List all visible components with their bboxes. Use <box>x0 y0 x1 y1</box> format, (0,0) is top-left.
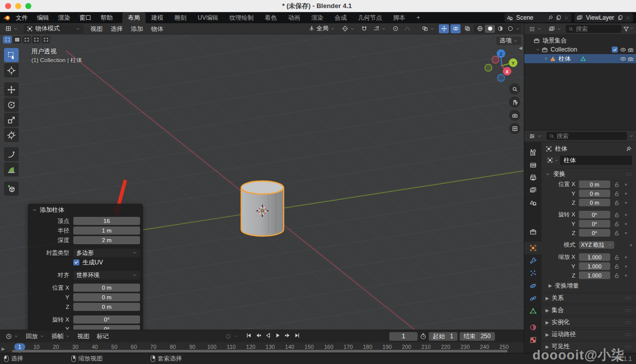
properties-tab-object-data[interactable] <box>524 305 541 317</box>
properties-tab-object[interactable] <box>524 242 541 254</box>
mode-dropdown[interactable]: 物体模式 <box>24 24 83 33</box>
outliner-search-input[interactable]: 搜索 <box>566 25 621 33</box>
transform-field-旋转 X[interactable]: 0° <box>579 211 610 218</box>
lock-toggle[interactable] <box>614 181 620 188</box>
minimize-window-button[interactable] <box>15 3 21 9</box>
app-menu-文件[interactable]: 文件 <box>11 12 32 23</box>
app-menu-窗口[interactable]: 窗口 <box>75 12 96 23</box>
operator-field-位置 X[interactable]: 0 m <box>73 284 140 292</box>
collection-checkbox[interactable] <box>612 47 618 53</box>
gizmo-neg-x[interactable] <box>492 56 499 63</box>
operator-field-深度[interactable]: 2 m <box>73 236 140 244</box>
properties-tab-modifiers[interactable] <box>524 254 541 267</box>
outliner-item-柱体[interactable]: 柱体 <box>524 54 636 63</box>
viewlayer-selector[interactable]: ViewLayer <box>574 13 633 22</box>
tool-cursor[interactable] <box>4 63 19 77</box>
jump-to-start-button[interactable] <box>245 332 253 340</box>
hide-toggle[interactable] <box>620 56 626 62</box>
falloff-dropdown[interactable] <box>402 24 412 33</box>
generate-uv-checkbox[interactable]: 生成UV <box>73 258 140 267</box>
shading-material-button[interactable] <box>495 25 505 33</box>
properties-panel-关系[interactable]: ▶关系∷∷ <box>541 293 636 303</box>
operator-field-旋转 X[interactable]: 0° <box>73 315 140 324</box>
animate-dot[interactable] <box>623 221 628 226</box>
properties-tab-particles[interactable] <box>524 267 541 280</box>
zoom-view-button[interactable] <box>509 83 520 95</box>
workspace-tab-建模[interactable]: 建模 <box>146 12 169 23</box>
snap-toggle[interactable] <box>359 24 369 33</box>
tool-add-cube[interactable] <box>4 181 19 196</box>
select-mode-intersect[interactable] <box>41 36 50 43</box>
render-visibility-toggle[interactable] <box>627 47 634 53</box>
app-menu-编辑[interactable]: 编辑 <box>32 12 54 23</box>
animate-dot[interactable] <box>623 200 628 205</box>
workspace-tab-雕刻[interactable]: 雕刻 <box>169 12 192 23</box>
object-id-dropdown[interactable] <box>546 156 560 165</box>
outliner-item-Collection[interactable]: Collection <box>524 45 636 54</box>
viewport-menu-添加[interactable]: 添加 <box>127 23 147 34</box>
close-window-button[interactable] <box>5 3 11 9</box>
properties-panel-实例化[interactable]: ▶实例化∷∷ <box>541 317 636 328</box>
timeline-menu-插帧[interactable]: 插帧 <box>48 332 74 341</box>
xray-toggle[interactable] <box>462 24 472 33</box>
animate-dot[interactable] <box>623 191 628 196</box>
pin-icon[interactable] <box>625 146 632 152</box>
operator-select-对齐[interactable]: 世界环境 <box>73 271 140 280</box>
scene-selector[interactable]: Scene <box>505 13 571 22</box>
gizmo-neg-y[interactable] <box>485 64 492 71</box>
tool-select-box[interactable] <box>4 48 19 62</box>
workspace-tab-布局[interactable]: 布局 <box>122 12 146 23</box>
properties-panel-可见性[interactable]: ▶可见性∷∷ <box>541 341 636 352</box>
frame-start-field[interactable]: 起始 1 <box>429 332 458 341</box>
viewport-menu-视图[interactable]: 视图 <box>86 23 107 34</box>
properties-tab-view-layer[interactable] <box>524 184 541 197</box>
transform-panel-header[interactable]: 变换 ∷∷ <box>541 168 636 179</box>
shading-wireframe-button[interactable] <box>475 25 485 33</box>
animate-dot[interactable] <box>623 182 628 187</box>
animate-dot[interactable] <box>623 273 628 278</box>
tool-annotate[interactable] <box>4 147 19 161</box>
previous-keyframe-button[interactable] <box>254 332 263 340</box>
workspace-tab-动画[interactable]: 动画 <box>283 12 306 23</box>
options-button[interactable]: 选项 <box>496 36 521 45</box>
timeline-scrollbar[interactable] <box>12 350 508 352</box>
transform-field-Z[interactable]: 1.000 <box>579 271 610 279</box>
pan-view-button[interactable] <box>509 97 520 108</box>
timeline-summary-chevron[interactable]: ▶ <box>2 346 5 351</box>
checkbox[interactable] <box>73 259 79 265</box>
outliner-display-mode-button[interactable] <box>546 24 564 33</box>
jump-to-end-button[interactable] <box>293 332 301 340</box>
play-reverse-button[interactable] <box>264 332 272 340</box>
shading-solid-button[interactable] <box>485 25 495 33</box>
select-mode-invert[interactable] <box>32 36 40 43</box>
transform-field-Y[interactable]: 1.000 <box>579 262 610 270</box>
operator-select-封盖类型[interactable]: 多边形 <box>73 249 140 257</box>
properties-panel-集合[interactable]: ▶集合∷∷ <box>541 305 636 315</box>
lock-toggle[interactable] <box>614 221 620 227</box>
frame-end-field[interactable]: 结束 250 <box>460 332 495 341</box>
properties-tab-world[interactable] <box>524 209 541 222</box>
workspace-tab-UV编辑[interactable]: UV编辑 <box>192 12 224 23</box>
timeline-ruler[interactable]: ▶ 1 102030405060708090100110120130140150… <box>0 342 524 353</box>
timeline-menu-回放[interactable]: 回放 <box>22 332 48 341</box>
animate-dot[interactable] <box>623 264 628 269</box>
animate-dot[interactable] <box>628 243 633 248</box>
operator-field-Z[interactable]: 0 m <box>73 303 140 311</box>
lock-toggle[interactable] <box>614 200 620 206</box>
animate-dot[interactable] <box>623 231 628 236</box>
operator-field-顶点[interactable]: 16 <box>73 217 140 225</box>
proportional-edit-toggle[interactable] <box>390 24 400 33</box>
select-mode-new[interactable] <box>3 36 12 43</box>
transform-field-Y[interactable]: 0 m <box>579 190 610 197</box>
transform-field-缩放 X[interactable]: 1.000 <box>579 253 610 261</box>
transform-field-位置 X[interactable]: 0 m <box>579 180 610 188</box>
play-button[interactable] <box>274 332 282 340</box>
outliner-item-场景集合[interactable]: 场景集合 <box>524 36 636 45</box>
app-menu-渲染[interactable]: 渲染 <box>54 12 75 23</box>
workspace-tab-着色[interactable]: 着色 <box>259 12 283 23</box>
hide-toggle[interactable] <box>620 47 626 53</box>
fullscreen-window-button[interactable] <box>25 3 31 9</box>
snap-settings-dropdown[interactable] <box>371 24 389 33</box>
sidebar-collapse-arrow[interactable]: ◀ <box>519 46 522 51</box>
tool-transform[interactable] <box>4 128 19 142</box>
